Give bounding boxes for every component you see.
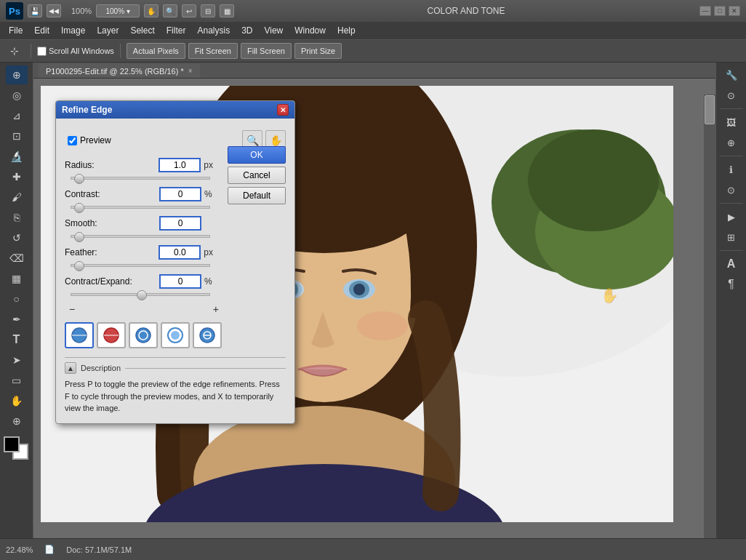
shape-tool-icon[interactable]: ▭ [6, 371, 28, 390]
title-save-icon[interactable]: 💾 [28, 4, 42, 17]
contrast-input[interactable] [159, 187, 201, 201]
title-bar: Ps 💾 ◀◀ 100% 100% ▾ ✋ 🔍 ↩ ⊟ ▦ COLOR AND … [0, 0, 746, 22]
maximize-button[interactable]: □ [714, 6, 726, 16]
title-step-back-icon[interactable]: ◀◀ [47, 4, 61, 17]
r-panel-sep-1 [720, 108, 743, 109]
smooth-label: Smooth: [65, 218, 159, 228]
move-tool-icon[interactable]: ⊹ [4, 41, 25, 60]
r-tool-7[interactable]: ▶ [721, 207, 742, 226]
zoom-dropdown[interactable]: 100% ▾ [96, 4, 140, 17]
eraser-icon[interactable]: ⌫ [6, 249, 28, 268]
menu-edit[interactable]: Edit [28, 22, 55, 39]
hand-tool-icon[interactable]: ✋ [6, 391, 28, 410]
title-bar-right: — □ ✕ [698, 6, 740, 16]
selection-tool-icon[interactable]: ⊕ [6, 65, 28, 84]
contrast-row: Contrast: % [65, 187, 213, 201]
dodge-tool-icon[interactable]: ○ [6, 289, 28, 308]
menu-3d[interactable]: 3D [236, 22, 258, 39]
view-options-icon[interactable]: ⊟ [201, 4, 215, 17]
menu-analysis[interactable]: Analysis [191, 22, 236, 39]
preview-checkbox[interactable] [68, 136, 77, 145]
menu-image[interactable]: Image [55, 22, 91, 39]
menu-help[interactable]: Help [332, 22, 361, 39]
healing-brush-icon[interactable]: ✚ [6, 167, 28, 186]
feather-input[interactable] [159, 245, 201, 260]
fit-screen-button[interactable]: Fit Screen [188, 43, 238, 59]
crop-tool-icon[interactable]: ⊡ [6, 127, 28, 145]
smooth-slider[interactable] [71, 235, 210, 238]
clone-stamp-icon[interactable]: ⎘ [6, 208, 28, 227]
quick-select-icon[interactable]: ⊿ [6, 106, 28, 125]
smooth-slider-row [65, 235, 213, 238]
contract-expand-slider[interactable] [71, 293, 210, 296]
view-mode-5[interactable] [193, 322, 222, 348]
smooth-section: Smooth: [65, 216, 286, 238]
r-tool-2[interactable]: ⊙ [721, 86, 742, 105]
zoom-tool-icon[interactable]: 🔍 [163, 4, 177, 17]
menu-select[interactable]: Select [124, 22, 160, 39]
foreground-color[interactable] [4, 436, 20, 452]
pen-tool-icon[interactable]: ✒ [6, 310, 28, 329]
scrollbar-thumb[interactable] [705, 95, 715, 124]
menu-filter[interactable]: Filter [161, 22, 192, 39]
view-mode-3[interactable] [129, 322, 158, 348]
type-tool-icon[interactable]: T [6, 330, 28, 349]
lasso-tool-icon[interactable]: ◎ [6, 86, 28, 105]
eyedropper-icon[interactable]: 🔬 [6, 147, 28, 166]
scroll-all-checkbox-container: Scroll All Windows [37, 47, 114, 56]
menu-window[interactable]: Window [289, 22, 332, 39]
status-doc-icon: 📄 [44, 545, 55, 554]
radius-input[interactable] [159, 158, 201, 172]
view-mode-1[interactable] [65, 322, 94, 348]
gradient-tool-icon[interactable]: ▦ [6, 269, 28, 288]
svg-text:✋: ✋ [601, 287, 619, 304]
r-panel-sep-4 [720, 250, 743, 251]
zoom-tool-icon[interactable]: ⊕ [6, 412, 28, 431]
path-select-icon[interactable]: ➤ [6, 351, 28, 369]
print-size-button[interactable]: Print Size [294, 43, 342, 59]
status-bar: 22.48% 📄 Doc: 57.1M/57.1M [0, 538, 746, 560]
tab-close-button[interactable]: × [188, 67, 193, 75]
menu-layer[interactable]: Layer [91, 22, 124, 39]
r-tool-3[interactable]: 🖼 [721, 113, 742, 132]
minimize-button[interactable]: — [699, 6, 711, 16]
canvas-area: P1000295-Edit.tif @ 22.5% (RGB/16) * × [33, 63, 715, 538]
arrange-icon[interactable]: ▦ [220, 4, 234, 17]
r-tool-9[interactable]: A [721, 255, 742, 273]
tab-filename: P1000295-Edit.tif @ 22.5% (RGB/16) * [46, 67, 184, 76]
document-tab[interactable]: P1000295-Edit.tif @ 22.5% (RGB/16) * × [38, 63, 201, 78]
r-tool-10[interactable]: ¶ [721, 275, 742, 294]
history-brush-icon[interactable]: ↺ [6, 228, 28, 247]
r-tool-5[interactable]: ℹ [721, 160, 742, 179]
doc-info: Doc: 57.1M/57.1M [66, 545, 132, 554]
contract-expand-input[interactable] [159, 274, 201, 289]
close-button[interactable]: ✕ [729, 6, 740, 16]
radius-unit: px [204, 160, 213, 170]
refine-edge-dialog: Refine Edge ✕ OK Cancel Default Pr [55, 100, 295, 424]
r-tool-6[interactable]: ⊙ [721, 180, 742, 199]
radius-slider[interactable] [71, 177, 210, 180]
menu-file[interactable]: File [3, 22, 28, 39]
view-mode-4[interactable] [161, 322, 190, 348]
menu-view[interactable]: View [258, 22, 289, 39]
zoom-level: 22.48% [6, 545, 33, 554]
toolbar-separator-1 [31, 44, 31, 58]
smooth-input[interactable] [159, 216, 201, 231]
hand-tool-icon[interactable]: ✋ [144, 4, 159, 17]
rotate-icon[interactable]: ↩ [182, 4, 196, 17]
r-panel-sep-2 [720, 156, 743, 156]
feather-slider[interactable] [71, 264, 210, 267]
r-tool-4[interactable]: ⊕ [721, 133, 742, 152]
view-mode-2[interactable] [97, 322, 126, 348]
contract-expand-section: Contract/Expand: % [65, 274, 286, 296]
description-toggle[interactable]: ▲ [65, 362, 76, 374]
r-tool-1[interactable]: 🔧 [721, 65, 742, 84]
actual-pixels-button[interactable]: Actual Pixels [127, 43, 185, 59]
dialog-close-button[interactable]: ✕ [277, 104, 289, 116]
contrast-slider[interactable] [71, 206, 210, 209]
brush-tool-icon[interactable]: 🖌 [6, 188, 28, 207]
r-tool-8[interactable]: ⊞ [721, 228, 742, 247]
scroll-all-checkbox[interactable] [37, 47, 47, 56]
fill-screen-button[interactable]: Fill Screen [241, 43, 292, 59]
vertical-scrollbar[interactable] [704, 95, 715, 538]
